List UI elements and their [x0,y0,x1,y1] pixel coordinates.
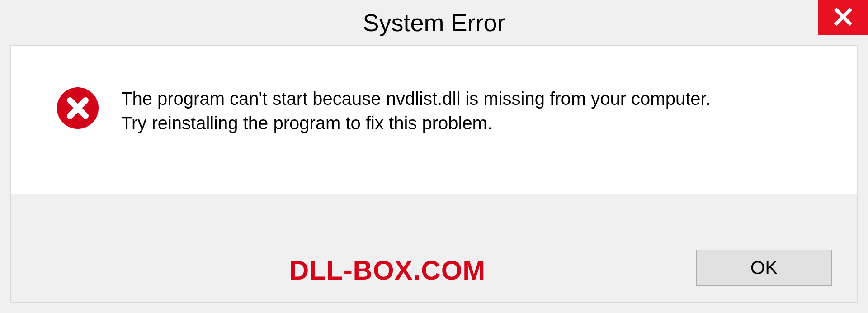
close-button[interactable] [818,0,868,35]
error-icon [56,86,99,130]
watermark-text: DLL-BOX.COM [289,255,486,286]
content-panel: The program can't start because nvdlist.… [10,45,858,194]
dialog-title: System Error [363,9,505,37]
message-line-1: The program can't start because nvdlist.… [121,86,830,111]
titlebar: System Error [0,0,868,45]
close-icon [833,7,853,28]
error-message: The program can't start because nvdlist.… [121,86,830,135]
ok-button[interactable]: OK [696,250,832,286]
dialog-footer [10,194,858,303]
ok-button-label: OK [750,257,778,279]
message-line-2: Try reinstalling the program to fix this… [121,111,830,135]
